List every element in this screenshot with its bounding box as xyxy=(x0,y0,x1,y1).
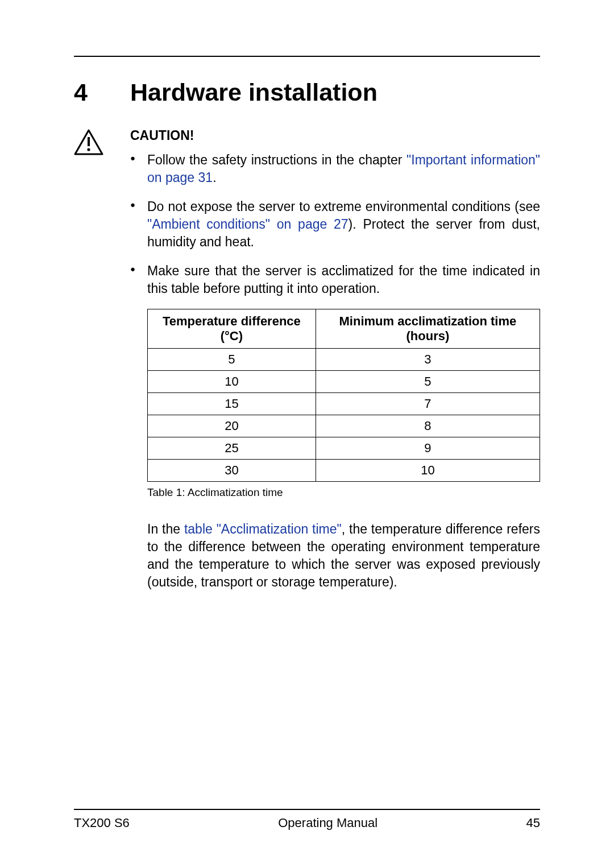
acclimatization-table: Temperature difference (°C) Minimum accl… xyxy=(147,309,540,482)
bullet-2-pretext: Do not expose the server to extreme envi… xyxy=(147,199,540,214)
table-cell: 20 xyxy=(148,415,316,437)
footer-title: Operating Manual xyxy=(130,816,526,830)
table-row: 15 7 xyxy=(148,393,540,415)
caution-block: CAUTION! Follow the safety instructions … xyxy=(74,128,540,592)
table-header-row: Temperature difference (°C) Minimum accl… xyxy=(148,309,540,349)
ambient-conditions-link[interactable]: "Ambient conditions" on page 27 xyxy=(147,217,349,232)
chapter-title: Hardware installation xyxy=(130,78,377,106)
footer-model: TX200 S6 xyxy=(74,816,130,830)
table-row: 20 8 xyxy=(148,415,540,437)
table-cell: 10 xyxy=(148,371,316,393)
caution-icon-column xyxy=(74,128,130,158)
bullet-1-pretext: Follow the safety instructions in the ch… xyxy=(147,152,406,167)
caution-bullet-1: Follow the safety instructions in the ch… xyxy=(130,151,540,187)
chapter-number: 4 xyxy=(74,78,130,106)
caution-bullet-list: Follow the safety instructions in the ch… xyxy=(130,151,540,297)
caution-bullet-2: Do not expose the server to extreme envi… xyxy=(130,198,540,251)
followup-pre: In the xyxy=(147,522,184,536)
table-header-temp: Temperature difference (°C) xyxy=(148,309,316,349)
footer-row: TX200 S6 Operating Manual 45 xyxy=(74,816,540,830)
table-cell: 8 xyxy=(316,415,540,437)
caution-content: CAUTION! Follow the safety instructions … xyxy=(130,128,540,592)
table-row: 25 9 xyxy=(148,437,540,460)
caution-icon xyxy=(74,129,103,155)
table-cell: 10 xyxy=(316,460,540,482)
table-cell: 9 xyxy=(316,437,540,460)
table-cell: 7 xyxy=(316,393,540,415)
followup-paragraph: In the table "Acclimatization time", the… xyxy=(147,520,540,591)
table-row: 5 3 xyxy=(148,349,540,371)
table-cell: 5 xyxy=(316,371,540,393)
footer-rule xyxy=(74,809,540,810)
footer-page-number: 45 xyxy=(526,816,540,830)
acclimatization-table-wrap: Temperature difference (°C) Minimum accl… xyxy=(147,309,540,482)
table-header-time: Minimum acclimatization time (hours) xyxy=(316,309,540,349)
table-caption: Table 1: Acclimatization time xyxy=(147,486,540,499)
table-cell: 15 xyxy=(148,393,316,415)
acclimatization-table-link[interactable]: table "Acclimatization time" xyxy=(184,522,342,536)
chapter-heading: 4 Hardware installation xyxy=(74,78,540,106)
svg-point-2 xyxy=(87,148,90,151)
table-cell: 25 xyxy=(148,437,316,460)
table-cell: 30 xyxy=(148,460,316,482)
table-cell: 5 xyxy=(148,349,316,371)
header-rule xyxy=(74,56,540,57)
table-cell: 3 xyxy=(316,349,540,371)
bullet-1-posttext: . xyxy=(213,170,216,185)
caution-bullet-3: Make sure that the server is acclimatize… xyxy=(130,262,540,297)
bullet-3-text: Make sure that the server is acclimatize… xyxy=(147,263,540,296)
caution-label: CAUTION! xyxy=(130,128,540,143)
svg-rect-1 xyxy=(88,137,90,146)
table-row: 10 5 xyxy=(148,371,540,393)
page-footer: TX200 S6 Operating Manual 45 xyxy=(74,809,540,830)
table-row: 30 10 xyxy=(148,460,540,482)
